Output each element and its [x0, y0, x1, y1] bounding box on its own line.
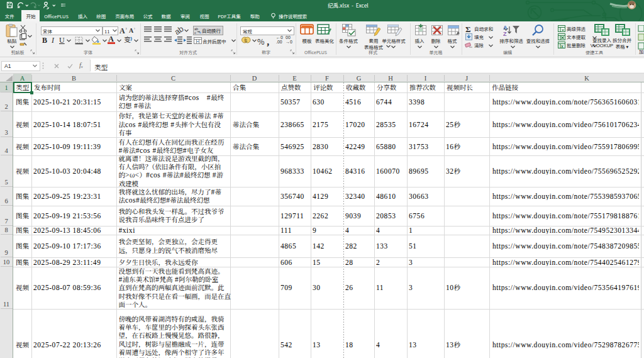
svg-text:c: c	[194, 30, 196, 34]
svg-text:x: x	[561, 44, 564, 48]
svg-text:Z: Z	[503, 31, 507, 36]
svg-text:ab: ab	[174, 26, 184, 35]
svg-text:$: $	[245, 38, 247, 43]
svg-text:变: 变	[124, 35, 131, 44]
svg-text:A: A	[503, 25, 508, 31]
